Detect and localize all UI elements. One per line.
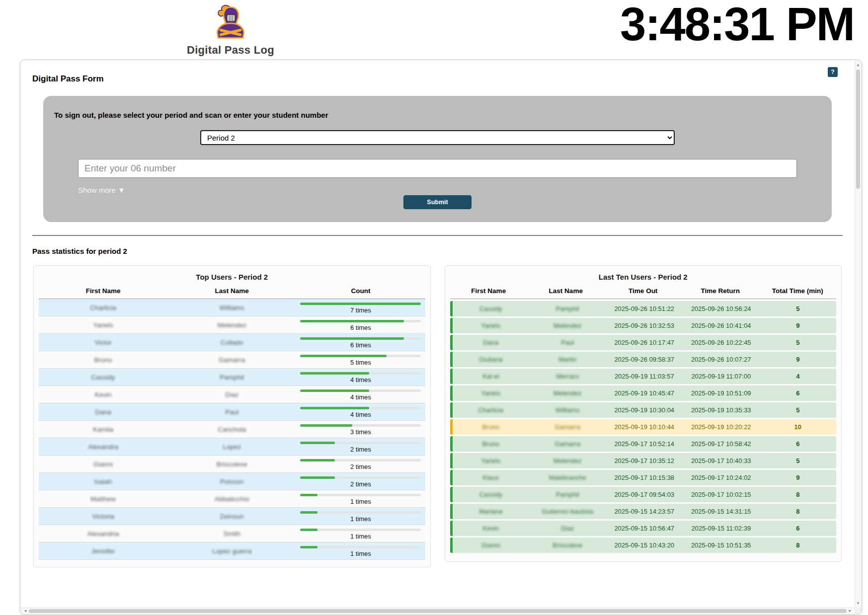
first-name-cell: Mariana xyxy=(453,508,530,515)
horizontal-scroll-thumb[interactable] xyxy=(29,609,847,613)
first-name-cell: Yariels xyxy=(453,389,530,397)
count-bar-fill xyxy=(300,389,369,392)
count-label: 6 times xyxy=(300,324,421,331)
last-name-cell: Williams xyxy=(167,304,296,311)
count-label: 2 times xyxy=(300,480,421,488)
first-name-cell: Yariels xyxy=(453,322,530,329)
scroll-up-icon[interactable]: ▲ xyxy=(855,63,861,67)
time-return-cell: 2025-09-15 10:51:35 xyxy=(683,541,760,549)
count-bar-track xyxy=(300,407,421,409)
last-users-title: Last Ten Users - Period 2 xyxy=(450,273,837,281)
time-out-cell: 2025-09-26 09:58:37 xyxy=(606,356,683,363)
count-bar-fill xyxy=(300,511,317,514)
last-name-cell: Williams xyxy=(529,406,606,414)
table-row: GianniBriscolese2 times xyxy=(39,456,425,473)
submit-row: Submit xyxy=(54,195,821,209)
show-more-toggle[interactable]: Show more ▼ xyxy=(78,186,125,194)
help-button[interactable]: ? xyxy=(828,67,838,77)
count-bar-fill xyxy=(300,459,334,461)
total-time-cell: 5 xyxy=(760,305,837,312)
first-name-cell: Bruno xyxy=(453,423,530,431)
first-name-cell: Victoria xyxy=(39,513,167,520)
time-out-cell: 2025-09-15 10:43:20 xyxy=(606,541,683,549)
scroll-right-icon[interactable]: ► xyxy=(848,609,852,613)
count-cell: 2 times xyxy=(296,456,425,472)
knight-mascot-icon xyxy=(212,34,249,42)
total-time-cell: 10 xyxy=(760,423,837,431)
period-select[interactable]: Period 2 xyxy=(200,130,675,145)
last-name-cell: Pamphil xyxy=(529,491,606,498)
table-row: GianniBriscolese2025-09-15 10:43:202025-… xyxy=(450,538,837,553)
last-name-cell: Diaz xyxy=(167,391,296,398)
count-cell: 5 times xyxy=(296,351,425,368)
count-label: 1 times xyxy=(300,515,421,523)
first-name-cell: Klaus xyxy=(453,474,530,481)
count-bar-fill xyxy=(300,320,403,322)
count-cell: 2 times xyxy=(296,473,425,490)
time-out-cell: 2025-09-19 10:45:47 xyxy=(606,389,683,397)
count-bar-fill xyxy=(300,546,317,548)
vertical-scrollbar[interactable]: ▲ ▼ xyxy=(855,61,861,608)
top-users-body: CharliciaWilliams7 timesYarielsMelendez6… xyxy=(39,299,425,560)
first-name-cell: Gianni xyxy=(453,541,530,549)
submit-button[interactable]: Submit xyxy=(403,195,471,209)
first-name-cell: Cassidy xyxy=(39,374,167,381)
last-name-cell: Melendez xyxy=(167,321,296,329)
table-row: JenniferLopez guerra1 times xyxy=(39,542,425,560)
time-return-cell: 2025-09-19 10:20:22 xyxy=(683,423,760,431)
last-name-cell: Lopez guerra xyxy=(167,547,296,555)
total-time-cell: 9 xyxy=(760,322,837,329)
top-users-header: First NameLast NameCount xyxy=(39,287,425,299)
count-cell: 1 times xyxy=(296,525,425,542)
count-bar-track xyxy=(300,320,421,322)
total-time-cell: 9 xyxy=(760,356,837,363)
count-label: 1 times xyxy=(300,533,421,540)
count-bar-fill xyxy=(300,355,387,357)
count-label: 4 times xyxy=(300,376,421,384)
total-time-cell: 5 xyxy=(760,457,837,464)
count-label: 5 times xyxy=(300,359,421,366)
table-row: CharliciaWilliams2025-09-19 10:30:042025… xyxy=(450,402,837,418)
app-logo-block: Digital Pass Log xyxy=(175,3,286,57)
total-time-cell: 4 xyxy=(760,373,837,380)
count-bar-track xyxy=(300,442,421,444)
total-time-cell: 8 xyxy=(760,541,837,549)
time-return-cell: 2025-09-26 10:07:27 xyxy=(683,356,760,363)
clock-display: 3:48:31 PM xyxy=(620,1,854,48)
count-label: 2 times xyxy=(300,446,421,453)
table-row: BrunoGamarra2025-09-17 10:52:142025-09-1… xyxy=(450,436,837,452)
first-name-cell: Charlicia xyxy=(39,304,167,311)
last-name-cell: Briscolese xyxy=(167,461,296,468)
last-name-cell: Briscolese xyxy=(529,541,606,549)
table-row: GiulianaMartin2025-09-26 09:58:372025-09… xyxy=(450,352,837,367)
count-bar-track xyxy=(300,372,421,375)
count-bar-track xyxy=(300,494,421,496)
last-name-cell: Poisson xyxy=(167,478,296,485)
student-number-input[interactable] xyxy=(78,159,797,178)
count-label: 1 times xyxy=(300,550,421,557)
scroll-left-icon[interactable]: ◄ xyxy=(23,609,27,613)
section-divider xyxy=(32,235,843,236)
time-out-cell: 2025-09-26 10:17:47 xyxy=(606,339,683,346)
count-cell: 4 times xyxy=(296,386,425,403)
time-out-cell: 2025-09-17 10:15:38 xyxy=(606,474,683,481)
table-row: IsaiahPoisson2 times xyxy=(39,473,425,490)
first-name-cell: Bruno xyxy=(453,440,530,448)
scroll-down-icon[interactable]: ▼ xyxy=(855,601,861,606)
first-name-cell: Charlicia xyxy=(453,406,530,414)
time-out-cell: 2025-09-26 10:32:53 xyxy=(606,322,683,329)
last-users-body: CassidyPamphil2025-09-26 10:51:222025-09… xyxy=(450,301,837,553)
count-bar-fill xyxy=(300,407,369,409)
last-name-cell: Melendez xyxy=(529,389,606,397)
count-cell: 2 times xyxy=(296,438,425,455)
time-return-cell: 2025-09-15 14:31:15 xyxy=(683,508,760,515)
last-name-cell: Abbaticchio xyxy=(167,495,296,503)
horizontal-scrollbar[interactable]: ◄ ► xyxy=(21,608,855,614)
page-title: Digital Pass Form xyxy=(32,74,843,84)
stats-heading: Pass statistics for period 2 xyxy=(32,247,843,255)
table-row: CassidyPamphil2025-09-17 09:54:032025-09… xyxy=(450,487,837,502)
first-name-cell: Kevin xyxy=(39,391,167,398)
last-name-cell: Lopez xyxy=(167,443,296,451)
vertical-scroll-thumb[interactable] xyxy=(856,70,860,189)
time-return-cell: 2025-09-26 10:56:24 xyxy=(683,305,760,312)
